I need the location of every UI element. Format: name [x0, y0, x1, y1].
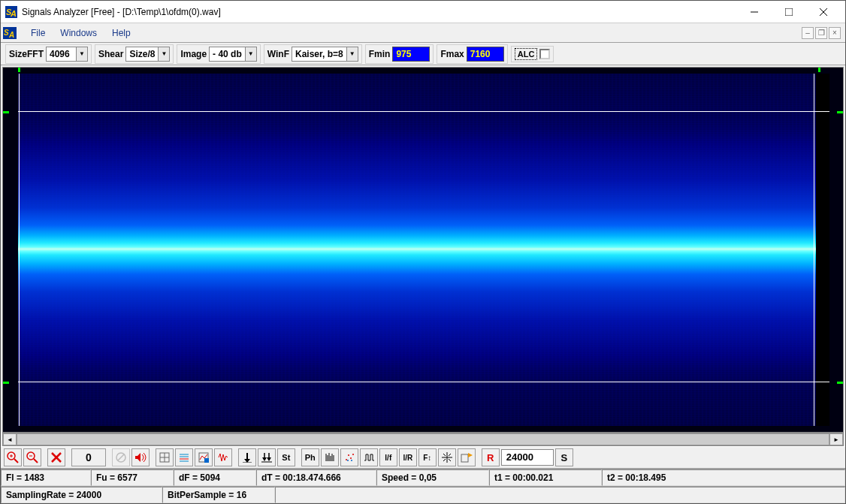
fmax-group: Fmax 7160 — [437, 44, 507, 64]
mdi-close-button[interactable]: × — [829, 27, 841, 39]
sizefft-label: SizeFFT — [9, 49, 44, 59]
status-samplingrate: SamplingRate = 24000 — [1, 487, 162, 503]
horizontal-scrollbar[interactable]: ◄ ► — [2, 433, 844, 446]
window-titlebar: SA Signals Analyzer [Free] - [D:\Temp\1\… — [1, 1, 845, 23]
statusbar-row-1: Fl = 1483 Fu = 6577 dF = 5094 dT = 00:18… — [1, 469, 845, 486]
arrows-down-button[interactable] — [258, 448, 276, 466]
status-df: dF = 5094 — [174, 469, 256, 486]
svg-marker-58 — [468, 453, 473, 457]
crosshair-button[interactable] — [438, 448, 456, 466]
scroll-thumb[interactable] — [17, 433, 829, 445]
cursor-line-t1 — [19, 74, 20, 426]
top-toolbar: SizeFFT 4096 ▼ Shear Size/8 ▼ Image - 40… — [1, 43, 845, 65]
minimize-button[interactable] — [737, 1, 772, 23]
alc-group: ALC — [511, 46, 554, 62]
time-marker-t2-top — [818, 68, 820, 72]
shear-select[interactable]: Size/8 ▼ — [125, 47, 170, 62]
delete-button[interactable] — [47, 448, 65, 466]
s-button[interactable]: S — [555, 448, 573, 466]
grid-button[interactable] — [156, 448, 174, 466]
chevron-down-icon: ▼ — [346, 47, 358, 62]
svg-line-56 — [449, 459, 451, 461]
freq-marker-fl-left — [3, 382, 9, 384]
sizefft-select[interactable]: 4096 ▼ — [46, 47, 88, 62]
bottom-toolbar: 0 St Ph l/f l/R F↕ R 24000 — [1, 446, 845, 469]
waveform-button[interactable] — [214, 448, 232, 466]
fd-button[interactable]: F↕ — [418, 448, 437, 466]
lr-button[interactable]: l/R — [399, 448, 417, 466]
spectro-right-pad — [816, 74, 829, 426]
svg-rect-4 — [785, 8, 793, 16]
cursor-line-fl — [18, 382, 829, 382]
menu-file[interactable]: File — [23, 25, 53, 41]
svg-marker-37 — [267, 457, 271, 461]
freq-marker-fu-left — [3, 111, 9, 113]
fmin-input[interactable]: 975 — [392, 47, 430, 62]
svg-marker-35 — [262, 457, 267, 461]
chevron-down-icon: ▼ — [76, 47, 88, 62]
rate-input[interactable]: 24000 — [501, 449, 554, 466]
status-speed: Speed = 0,05 — [376, 469, 489, 486]
image-select[interactable]: - 40 db ▼ — [209, 47, 257, 62]
chart-disk-button[interactable] — [195, 448, 213, 466]
alc-checkbox[interactable] — [539, 49, 550, 59]
mdi-minimize-button[interactable]: – — [802, 27, 814, 39]
svg-point-46 — [348, 454, 349, 456]
svg-point-47 — [350, 457, 352, 459]
freq-marker-fl-right — [837, 382, 843, 384]
svg-text:A: A — [10, 9, 17, 18]
arrow-down-button[interactable] — [238, 448, 256, 466]
zoom-in-button[interactable] — [4, 448, 22, 466]
svg-point-45 — [346, 459, 347, 460]
value-display: 0 — [71, 448, 106, 466]
status-fl: Fl = 1483 — [1, 469, 91, 486]
scroll-right-arrow-icon[interactable]: ► — [829, 433, 843, 445]
spectrogram-area[interactable] — [2, 67, 844, 433]
window-title: Signals Analyzer [Free] - [D:\Temp\1\ofd… — [22, 7, 737, 17]
bars-button[interactable] — [321, 448, 339, 466]
scroll-track[interactable] — [17, 433, 829, 445]
svg-rect-30 — [204, 458, 209, 463]
status-t2: t2 = 00:18.495 — [602, 469, 845, 486]
close-button[interactable] — [806, 1, 841, 23]
winf-label: WinF — [267, 49, 289, 59]
ph-button[interactable]: Ph — [301, 448, 319, 466]
status-dt: dT = 00:18.474.666 — [256, 469, 376, 486]
cursor-line-fu — [18, 111, 829, 112]
chevron-down-icon: ▼ — [158, 47, 170, 62]
svg-line-54 — [449, 454, 451, 456]
svg-text:A: A — [8, 31, 14, 39]
svg-text:S: S — [4, 29, 9, 37]
waterfall-button[interactable] — [175, 448, 193, 466]
app-icon: SA — [5, 6, 17, 18]
svg-point-49 — [347, 460, 349, 461]
svg-marker-21 — [135, 453, 140, 462]
winf-select[interactable]: Kaiser, b=8 ▼ — [292, 47, 358, 62]
shear-value: Size/8 — [125, 47, 158, 62]
zoom-out-button[interactable] — [23, 448, 41, 466]
lf-button[interactable]: l/f — [379, 448, 397, 466]
statusbar-row-2: SamplingRate = 24000 BitPerSample = 16 — [1, 486, 845, 503]
r-button[interactable]: R — [482, 448, 500, 466]
image-value: - 40 db — [209, 47, 245, 62]
menu-help[interactable]: Help — [104, 25, 138, 41]
mdi-app-icon: SA — [2, 26, 17, 40]
mdi-restore-button[interactable]: ❐ — [815, 27, 827, 39]
winf-value: Kaiser, b=8 — [292, 47, 346, 62]
svg-line-11 — [14, 459, 18, 463]
scatter-button[interactable] — [340, 448, 358, 466]
maximize-button[interactable] — [772, 1, 806, 23]
winf-group: WinF Kaiser, b=8 ▼ — [264, 44, 362, 64]
st-button[interactable]: St — [277, 448, 295, 466]
pulse-button[interactable] — [360, 448, 378, 466]
svg-line-20 — [118, 454, 124, 460]
disabled-circle-button — [112, 448, 130, 466]
shear-group: Shear Size/8 ▼ — [95, 44, 174, 64]
menu-windows[interactable]: Windows — [53, 25, 104, 41]
export-icon-button[interactable] — [458, 448, 476, 466]
fmin-group: Fmin 975 — [365, 44, 434, 64]
fmax-input[interactable]: 7160 — [467, 47, 504, 62]
speaker-button[interactable] — [131, 448, 150, 466]
svg-point-50 — [351, 460, 352, 461]
scroll-left-arrow-icon[interactable]: ◄ — [3, 433, 17, 445]
